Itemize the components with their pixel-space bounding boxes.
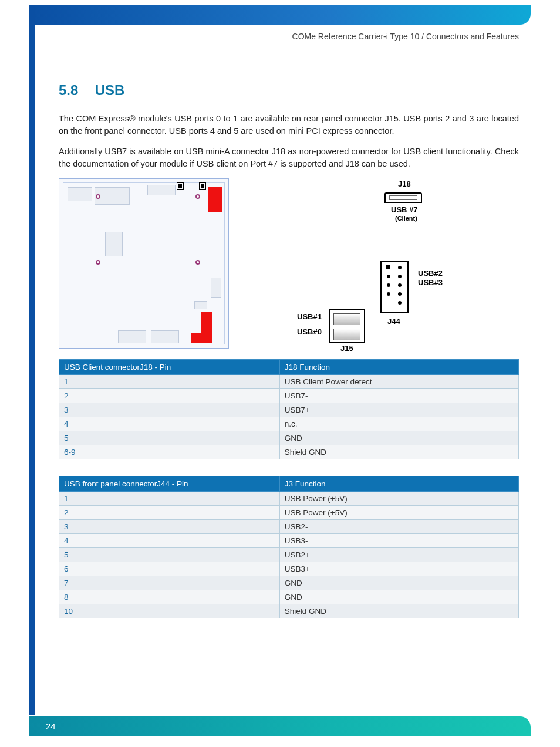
label-usb1: USB#1	[297, 312, 322, 321]
pcb-highlight	[201, 312, 212, 333]
fn-cell: USB7-	[279, 389, 518, 403]
dual-usb-icon	[329, 309, 365, 343]
table-row: 5GND	[59, 431, 519, 445]
table-row: 5USB2+	[59, 548, 519, 562]
table-body: 1USB Power (+5V)2USB Power (+5V)3USB2-4U…	[59, 492, 519, 618]
label-usb3: USB#3	[418, 278, 443, 287]
usb-slot-icon	[333, 329, 360, 340]
page-footer: 24	[29, 716, 531, 736]
pcb-diagram	[59, 178, 229, 349]
pin-icon	[398, 266, 402, 269]
fn-cell: Shield GND	[279, 604, 518, 618]
pin-icon	[398, 275, 402, 278]
fn-cell: USB2-	[279, 520, 518, 534]
table-j44: USB front panel connectorJ44 - Pin J3 Fu…	[59, 476, 519, 618]
table-row: 8GND	[59, 590, 519, 604]
label-j18: J18	[398, 180, 411, 188]
page-spine	[29, 5, 35, 715]
pin-cell: 4	[59, 534, 280, 548]
pin-icon	[387, 275, 390, 278]
section-title: USB	[95, 82, 125, 98]
pcb-block	[147, 185, 176, 195]
table-header: J3 Function	[279, 476, 518, 492]
fn-cell: USB Client Power detect	[279, 375, 518, 389]
pin-cell: 1	[59, 492, 280, 506]
fn-cell: USB3-	[279, 534, 518, 548]
pin-cell: 6-9	[59, 445, 280, 459]
fn-cell: Shield GND	[279, 445, 518, 459]
label-usb2: USB#2	[418, 269, 443, 278]
pin-cell: 1	[59, 375, 280, 389]
fn-cell: n.c.	[279, 417, 518, 431]
table-header: J18 Function	[279, 360, 518, 375]
table-row: 10Shield GND	[59, 604, 519, 618]
table-row: 3USB7+	[59, 403, 519, 417]
fn-cell: USB2+	[279, 548, 518, 562]
fn-cell: GND	[279, 431, 518, 445]
content-area: 5.8 USB The COM Express® module's USB po…	[59, 82, 519, 635]
label-j15: J15	[340, 344, 353, 353]
pcb-smallconn	[177, 182, 184, 190]
header-path: COMe Reference Carrier-i Type 10 / Conne…	[292, 32, 519, 41]
pin-cell: 8	[59, 590, 280, 604]
pcb-highlight	[208, 187, 222, 212]
table-header: USB front panel connectorJ44 - Pin	[59, 476, 280, 492]
pin-cell: 7	[59, 576, 280, 590]
fn-cell: GND	[279, 576, 518, 590]
pcb-block	[68, 187, 92, 201]
pcb-highlight	[191, 333, 212, 343]
pcb-hole	[96, 194, 100, 199]
table-body: 1USB Client Power detect2USB7-3USB7+4n.c…	[59, 375, 519, 459]
fn-cell: USB Power (+5V)	[279, 506, 518, 520]
table-row: 6USB3+	[59, 562, 519, 576]
pin-cell: 4	[59, 417, 280, 431]
page-number: 24	[46, 721, 56, 731]
pin-cell: 3	[59, 403, 280, 417]
pin-icon	[398, 292, 402, 296]
pcb-outline	[63, 182, 225, 344]
table-row: 3USB2-	[59, 520, 519, 534]
table-row: 4USB3-	[59, 534, 519, 548]
pin-icon	[398, 283, 402, 287]
pin-icon	[387, 292, 390, 296]
pcb-block	[151, 330, 179, 343]
table-row: 2USB Power (+5V)	[59, 506, 519, 520]
pcb-hole	[96, 260, 100, 265]
fn-cell: USB Power (+5V)	[279, 492, 518, 506]
ports-diagram: J18 USB #7 (Client) USB#2 USB#3 J44	[252, 178, 499, 349]
pin-icon	[398, 301, 402, 305]
pin-cell: 3	[59, 520, 280, 534]
figures-row: J18 USB #7 (Client) USB#2 USB#3 J44	[59, 178, 519, 349]
pin-cell: 5	[59, 548, 280, 562]
label-usb7: USB #7	[391, 205, 418, 214]
pin-cell: 2	[59, 506, 280, 520]
pin-icon	[386, 265, 390, 269]
fn-cell: USB7+	[279, 403, 518, 417]
label-usb0: USB#0	[297, 327, 322, 336]
pin-cell: 2	[59, 389, 280, 403]
pcb-block	[194, 301, 207, 309]
pin-icon	[387, 283, 390, 287]
paragraph-2: Additionally USB7 is available on USB mi…	[59, 146, 519, 170]
pcb-block	[211, 278, 221, 298]
table-header: USB Client connectorJ18 - Pin	[59, 360, 280, 375]
section-heading: 5.8 USB	[59, 82, 519, 99]
usb-mini-icon	[384, 192, 422, 203]
pcb-hole	[195, 194, 200, 199]
label-j44: J44	[387, 317, 400, 326]
table-row: 1USB Client Power detect	[59, 375, 519, 389]
pcb-hole	[195, 260, 200, 265]
section-number: 5.8	[59, 82, 91, 99]
pin-cell: 5	[59, 431, 280, 445]
table-row: 6-9Shield GND	[59, 445, 519, 459]
usb-slot-icon	[333, 313, 360, 325]
table-j18: USB Client connectorJ18 - Pin J18 Functi…	[59, 359, 519, 459]
paragraph-1: The COM Express® module's USB ports 0 to…	[59, 113, 519, 137]
table-row: 2USB7-	[59, 389, 519, 403]
pcb-smallconn	[199, 182, 206, 190]
pin-header-icon	[380, 261, 409, 313]
table-row: 1USB Power (+5V)	[59, 492, 519, 506]
fn-cell: GND	[279, 590, 518, 604]
pcb-block	[105, 232, 123, 256]
top-banner	[29, 5, 531, 25]
